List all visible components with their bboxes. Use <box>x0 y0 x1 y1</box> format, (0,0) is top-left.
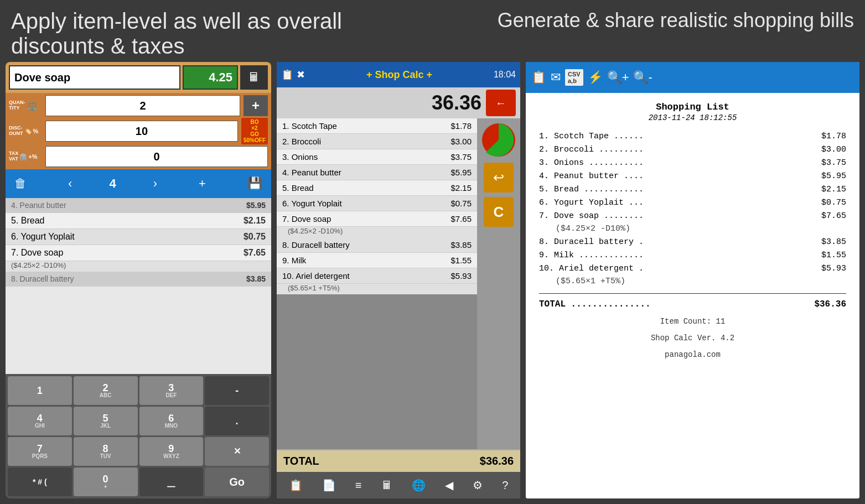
item-price: $1.55 <box>450 256 472 265</box>
key-0[interactable]: 0 + <box>74 467 138 496</box>
csv-icon[interactable]: CSVa,b <box>565 69 583 86</box>
email-icon[interactable]: ✉ <box>551 70 561 85</box>
mid-header-left-icons: 📋 ✖ <box>281 69 305 81</box>
key-minus[interactable]: - <box>205 376 269 405</box>
item-name: 3. Onions <box>282 152 318 162</box>
mid-list-item[interactable]: 1. Scotch Tape $1.78 <box>277 118 477 134</box>
mid-list-item[interactable]: 4. Peanut butter $5.95 <box>277 165 477 180</box>
key-8[interactable]: 8 TUV <box>74 437 138 466</box>
list-item-name: 6. Yogurt Yoplait <box>11 232 244 242</box>
mid-list-item[interactable]: 8. Duracell battery $3.85 <box>277 237 477 253</box>
mid-list-item[interactable]: 7. Dove soap $7.65 <box>277 211 477 227</box>
receipt-item-left: 8. Duracell battery . <box>539 236 813 249</box>
undo-btn[interactable]: ↩ <box>484 163 514 193</box>
list-item[interactable]: 7. Dove soap $7.65 <box>6 245 271 261</box>
collapse-icon[interactable]: ✖ <box>297 69 305 81</box>
mid-list-section: 1. Scotch Tape $1.78 2. Broccoli $3.00 3… <box>277 118 520 449</box>
receipt-item: 9. Milk ............. $1.55 <box>539 249 846 262</box>
list-item-sub: ($4.25×2 -D10%) <box>6 261 271 272</box>
mid-header: 📋 ✖ + Shop Calc + 18:04 <box>277 62 520 87</box>
mid-list-item[interactable]: 6. Yogurt Yoplait $0.75 <box>277 196 477 211</box>
action-help-icon[interactable]: ? <box>499 477 511 494</box>
receipt-website: panagola.com <box>539 350 846 359</box>
mid-list-item[interactable]: 9. Milk $1.55 <box>277 253 477 268</box>
key-2[interactable]: 2 ABC <box>74 376 138 405</box>
discount-input[interactable] <box>45 121 238 142</box>
list-item-price: $3.85 <box>246 274 266 283</box>
list-item[interactable]: 4. Peanut butter $5.95 <box>6 198 271 213</box>
quantity-input[interactable] <box>45 95 240 116</box>
receipt-item: 1. Scotch Tape ...... $1.78 <box>539 130 846 143</box>
key-4[interactable]: 4 GHI <box>8 407 72 435</box>
receipt-item: 7. Dove soap ........ $7.65 <box>539 210 846 223</box>
receipt-total-label: TOTAL ............... <box>539 299 651 309</box>
receipt-item-left: 1. Scotch Tape ...... <box>539 130 813 143</box>
list-item[interactable]: 8. Duracell battery $3.85 <box>6 272 271 287</box>
key-6[interactable]: 6 MNO <box>139 407 204 435</box>
list-icon[interactable]: 📋 <box>281 69 293 81</box>
list-item-price: $2.15 <box>244 216 266 226</box>
list-item[interactable]: 5. Bread $2.15 <box>6 213 271 229</box>
key-go[interactable]: Go <box>205 467 269 496</box>
action-calc-icon[interactable]: 🖩 <box>378 477 396 494</box>
item-price: $7.65 <box>450 214 472 224</box>
mid-list-item[interactable]: 10. Ariel detergent $5.93 <box>277 268 477 284</box>
prev-btn[interactable]: ‹ <box>64 174 76 193</box>
zoom-in-icon[interactable]: 🔍+ <box>607 70 629 85</box>
action-settings-icon[interactable]: ⚙ <box>469 476 486 494</box>
key-1[interactable]: 1 <box>8 376 72 405</box>
item-name: 7. Dove soap <box>282 214 331 224</box>
receipt-item-left: 10. Ariel detergent . <box>539 262 813 276</box>
add-item-btn[interactable]: + <box>194 174 210 193</box>
action-share-icon[interactable]: ◀ <box>442 476 457 494</box>
item-price: $0.75 <box>450 199 472 208</box>
key-7[interactable]: 7 PQRS <box>8 437 72 466</box>
copy-icon[interactable]: 📋 <box>531 70 546 85</box>
mid-list-item[interactable]: 3. Onions $3.75 <box>277 149 477 165</box>
key-9[interactable]: 9 WXYZ <box>139 437 204 466</box>
mid-list-item-group: 10. Ariel detergent $5.93 ($5.65×1 +T5%) <box>277 268 477 294</box>
action-globe-icon[interactable]: 🌐 <box>408 476 429 494</box>
calculator-icon-btn[interactable]: 🖩 <box>240 65 268 90</box>
receipt-divider <box>539 293 846 294</box>
clear-c-btn[interactable]: C <box>484 197 514 227</box>
zoom-out-icon[interactable]: 🔍- <box>633 70 652 85</box>
mid-list-item[interactable]: 5. Bread $2.15 <box>277 180 477 196</box>
list-item[interactable]: 6. Yogurt Yoplait $0.75 <box>6 229 271 245</box>
next-btn[interactable]: › <box>149 174 162 193</box>
receipt-total: TOTAL ............... $36.36 <box>539 299 846 309</box>
mid-list-item[interactable]: 2. Broccoli $3.00 <box>277 134 477 149</box>
receipt-item: 2. Broccoli ......... $3.00 <box>539 143 846 157</box>
tax-row: TAXVAT 🏛️ +% <box>9 146 268 167</box>
action-doc-icon[interactable]: 📄 <box>319 476 339 494</box>
item-input-row: 🖩 <box>6 62 271 93</box>
list-item-price: $7.65 <box>244 248 266 258</box>
list-item-price: $0.75 <box>244 232 266 242</box>
total-label: TOTAL <box>283 455 319 467</box>
numpad: 1 2 ABC 3 DEF - 4 GHI 5 JKL 6 MNO . 7 PQ… <box>6 374 271 498</box>
quantity-plus-btn[interactable]: + <box>244 95 268 116</box>
receipt-item-price: $3.75 <box>813 157 846 170</box>
item-name-input[interactable] <box>9 65 180 90</box>
key-5[interactable]: 5 JKL <box>74 407 138 435</box>
backspace-btn[interactable]: ← <box>486 90 516 116</box>
key-space[interactable]: ＿ <box>139 467 204 496</box>
key-special[interactable]: * # ( <box>8 467 72 496</box>
key-dot[interactable]: . <box>205 407 269 435</box>
action-list-icon[interactable]: 📋 <box>286 476 306 494</box>
item-price-input[interactable] <box>183 65 238 90</box>
save-btn[interactable]: 💾 <box>243 174 267 193</box>
item-price: $3.75 <box>450 152 472 162</box>
action-menu-icon[interactable]: ≡ <box>352 477 365 494</box>
key-backspace[interactable]: ✕ <box>205 437 269 466</box>
item-price: $3.00 <box>450 137 472 146</box>
bluetooth-icon[interactable]: ⚡ <box>588 70 603 85</box>
tax-input[interactable] <box>45 146 268 167</box>
item-price: $3.85 <box>450 240 472 250</box>
key-3[interactable]: 3 DEF <box>139 376 204 405</box>
delete-btn[interactable]: 🗑 <box>10 174 31 193</box>
item-price: $5.95 <box>450 168 472 177</box>
fields-section: QUAN-TITY ⚖️ + DISC-OUNT 🏷️ % BO×2GO50%O… <box>6 93 271 169</box>
left-list: 4. Peanut butter $5.95 5. Bread $2.15 6.… <box>6 198 271 374</box>
header-left-text: Apply item-level as well as overall disc… <box>11 9 433 59</box>
